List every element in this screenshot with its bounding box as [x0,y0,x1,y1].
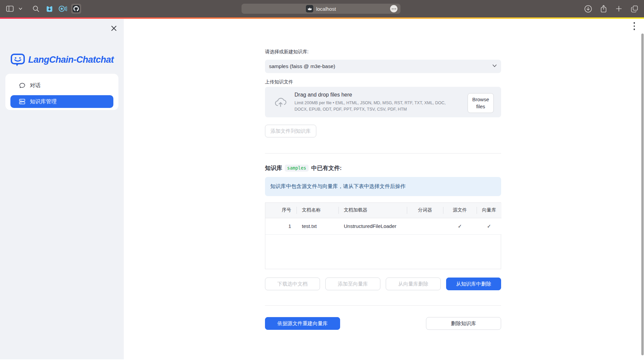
recorder-extension-icon [58,5,67,12]
sidebar: LangChain-Chatchat 对话 知识库管理 [0,19,124,359]
downloader-extension-button[interactable] [44,4,54,14]
github-icon [72,5,80,12]
col-header-loader: 文档加载器 [338,203,407,218]
github-extension-button[interactable] [71,4,81,14]
cell-source-check: ✓ [443,218,477,234]
file-actions: 下载选中文档 添加至向量库 从向量库删除 从知识库中删除 [265,278,501,290]
tabs-overview-button[interactable] [629,4,639,14]
sidebar-item-label: 对话 [30,82,41,89]
sidebar-item-dialogue[interactable]: 对话 [10,80,113,91]
col-header-source: 源文件 [443,203,477,218]
sidebar-nav: 对话 知识库管理 [5,74,118,110]
files-heading-prefix: 知识库 [265,164,282,172]
add-to-vector-store-button[interactable]: 添加至向量库 [325,278,380,290]
table-row[interactable]: 1 test.txt UnstructuredFileLoader ✓ ✓ [265,218,501,234]
col-header-vector: 向量库 [477,203,501,218]
files-table: 序号 文档名称 文档加载器 分词器 源文件 向量库 1 test.txt Uns… [265,202,501,269]
database-icon [18,98,26,105]
table-header-row: 序号 文档名称 文档加载器 分词器 源文件 向量库 [265,203,501,218]
main-content: 请选择或新建知识库: samples (faiss @ m3e-base) 上传… [124,19,644,362]
page-bottom-edge [0,359,644,362]
upload-label: 上传知识文件 [265,79,293,85]
add-files-to-kb-button[interactable]: 添加文件到知识库 [265,125,316,137]
chevron-down-icon [492,64,497,67]
address-bar-more-button[interactable] [390,5,397,12]
app-menu-button[interactable] [631,21,637,32]
tabs-overview-icon [631,5,638,12]
cell-splitter [407,218,443,234]
share-button[interactable] [598,4,608,14]
section-divider [265,153,501,154]
col-header-index: 序号 [265,203,297,218]
recorder-extension-button[interactable] [58,4,68,14]
chevron-down-icon [19,8,22,10]
site-favicon-glyph [308,7,312,11]
share-icon [600,5,607,13]
kb-name-code: samples [285,165,309,172]
search-icon [33,5,40,12]
kb-select-label: 请选择或新建知识库: [265,49,309,55]
panel-toggle-icon [6,5,14,12]
col-header-name: 文档名称 [297,203,338,218]
sidebar-item-knowledge-base[interactable]: 知识库管理 [10,95,113,108]
url-text: localhost [316,6,336,12]
cell-loader: UnstructuredFileLoader [338,218,407,234]
panel-toggle-button[interactable] [5,4,15,14]
cell-vector-check: ✓ [477,218,501,234]
downloads-button[interactable] [583,4,593,14]
download-icon [584,5,592,13]
info-banner: 知识库中包含源文件与向量库，请从下表中选择文件后操作 [265,177,501,196]
sidebar-item-label: 知识库管理 [30,98,57,105]
browse-files-button[interactable]: Browse files [468,93,494,113]
dropzone-title: Drag and drop files here [294,92,446,98]
delete-from-kb-button[interactable]: 从知识库中删除 [446,278,501,290]
browser-toolbar: localhost [0,0,644,17]
search-button[interactable] [31,4,41,14]
downloader-extension-icon [45,5,54,13]
panel-menu-button[interactable] [18,4,23,14]
files-heading: 知识库 samples 中已有文件: [265,164,342,172]
cell-name: test.txt [297,218,338,234]
cloud-upload-icon [274,97,287,107]
app-logo: LangChain-Chatchat [10,53,114,67]
section-divider [265,305,501,306]
app-logo-icon [10,53,25,67]
close-icon [111,25,117,31]
new-tab-button[interactable] [614,4,624,14]
vertical-scrollbar[interactable] [641,34,644,355]
sidebar-close-button[interactable] [109,23,118,33]
plus-icon [615,5,622,12]
kb-select-value: samples (faiss @ m3e-base) [269,63,335,69]
rebuild-vector-store-button[interactable]: 依据源文件重建向量库 [265,317,340,330]
file-dropzone[interactable]: Drag and drop files here Limit 200MB per… [265,87,501,117]
delete-kb-button[interactable]: 删除知识库 [426,317,501,330]
app-logo-text: LangChain-Chatchat [28,55,114,65]
files-heading-suffix: 中已有文件: [311,164,342,172]
site-favicon [306,5,313,12]
download-selected-button[interactable]: 下载选中文档 [265,278,320,290]
address-bar[interactable]: localhost [241,4,400,14]
dropzone-hint: Limit 200MB per file • EML, HTML, JSON, … [294,100,446,112]
kb-select[interactable]: samples (faiss @ m3e-base) [265,60,501,73]
delete-from-vector-store-button[interactable]: 从向量库删除 [386,278,441,290]
chat-bubble-icon [18,82,26,89]
col-header-splitter: 分词器 [407,203,443,218]
cell-index: 1 [265,218,297,234]
